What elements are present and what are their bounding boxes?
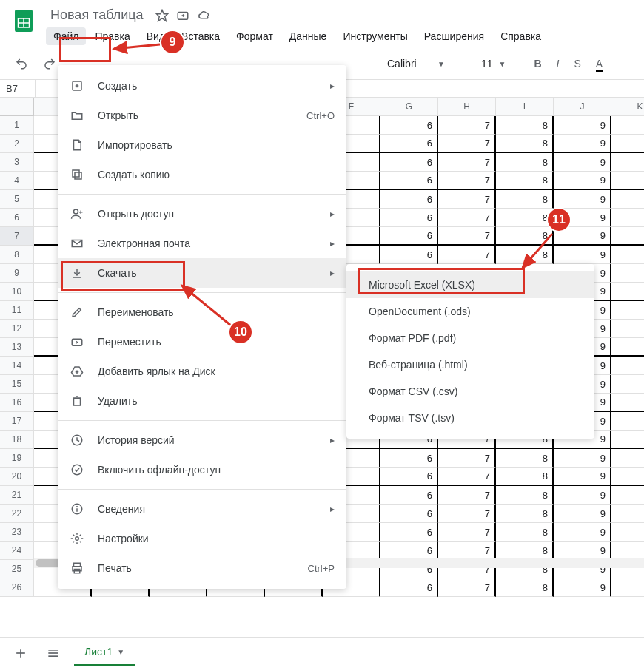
menu-item-создать-копию[interactable]: Создать копию xyxy=(58,160,346,189)
cell[interactable]: 7 xyxy=(438,523,496,542)
cell[interactable]: 7 xyxy=(438,209,496,227)
cell[interactable]: 7 xyxy=(438,486,496,505)
cell[interactable]: 9 xyxy=(554,116,611,135)
row-header[interactable]: 12 xyxy=(0,320,34,338)
cell[interactable]: 7 xyxy=(438,190,496,209)
row-header[interactable]: 15 xyxy=(0,375,34,394)
cell[interactable]: 7 xyxy=(438,578,496,597)
text-color-button[interactable]: A xyxy=(590,53,608,74)
row-header[interactable]: 9 xyxy=(0,264,34,283)
cell[interactable]: 7 xyxy=(438,135,496,153)
cell[interactable]: 7 xyxy=(438,116,496,135)
cell[interactable]: 6 xyxy=(380,523,438,542)
cell[interactable]: 6 xyxy=(380,505,438,523)
cell[interactable]: 10 xyxy=(611,449,644,468)
sheet-tab-active[interactable]: Лист1 ▼ xyxy=(74,640,135,666)
column-header[interactable]: I xyxy=(496,98,554,116)
menu-item-настройки[interactable]: Настройки xyxy=(58,524,346,553)
submenu-item[interactable]: Веб-страница (.html) xyxy=(346,351,594,378)
menu-item-справка[interactable]: Справка xyxy=(493,27,549,45)
column-header[interactable]: K xyxy=(611,98,644,116)
row-header[interactable]: 2 xyxy=(0,135,34,153)
menu-item-скачать[interactable]: Скачать▸ xyxy=(58,258,346,288)
menu-item-формат[interactable]: Формат xyxy=(229,27,281,45)
cell[interactable]: 9 xyxy=(554,135,611,153)
row-header[interactable]: 4 xyxy=(0,172,34,190)
menu-item-вид[interactable]: Вид xyxy=(139,27,172,45)
menu-item-открыть[interactable]: ОткрытьCtrl+O xyxy=(58,101,346,130)
menu-item-электронная-почта[interactable]: Электронная почта▸ xyxy=(58,229,346,258)
cell[interactable]: 8 xyxy=(496,190,554,209)
submenu-item[interactable]: Формат TSV (.tsv) xyxy=(346,405,594,431)
cell[interactable]: 6 xyxy=(380,578,438,597)
cell[interactable]: 9 xyxy=(554,578,611,597)
name-box[interactable]: B7 xyxy=(0,80,36,97)
row-header[interactable]: 25 xyxy=(0,560,34,578)
cell[interactable]: 8 xyxy=(496,468,554,486)
submenu-item[interactable]: Microsoft Excel (XLSX) xyxy=(346,271,594,298)
menu-item-сведения[interactable]: Сведения▸ xyxy=(58,494,346,524)
row-header[interactable]: 5 xyxy=(0,190,34,209)
column-header[interactable]: G xyxy=(380,98,438,116)
menu-item-переименовать[interactable]: Переименовать xyxy=(58,297,346,327)
cell[interactable]: 10 xyxy=(611,227,644,246)
cell[interactable]: 6 xyxy=(380,227,438,246)
cell[interactable]: 8 xyxy=(496,486,554,505)
submenu-item[interactable]: Формат PDF (.pdf) xyxy=(346,325,594,351)
cell[interactable]: 10 xyxy=(611,468,644,486)
cell[interactable]: 10 xyxy=(611,320,644,338)
cell[interactable]: 6 xyxy=(380,135,438,153)
cell[interactable]: 10 xyxy=(611,190,644,209)
font-size-select[interactable]: 11 ▼ xyxy=(474,55,513,72)
cell[interactable]: 9 xyxy=(554,505,611,523)
submenu-item[interactable]: Формат CSV (.csv) xyxy=(346,378,594,405)
cell[interactable]: 10 xyxy=(611,135,644,153)
row-header[interactable]: 17 xyxy=(0,412,34,431)
menu-item-инструменты[interactable]: Инструменты xyxy=(335,27,415,45)
column-header[interactable]: H xyxy=(438,98,496,116)
row-header[interactable]: 10 xyxy=(0,283,34,301)
row-header[interactable]: 16 xyxy=(0,394,34,412)
cell[interactable]: 8 xyxy=(496,135,554,153)
cell[interactable]: 10 xyxy=(611,357,644,375)
cell[interactable]: 7 xyxy=(438,505,496,523)
cell[interactable]: 8 xyxy=(496,116,554,135)
row-header[interactable]: 13 xyxy=(0,338,34,357)
cell[interactable]: 8 xyxy=(496,449,554,468)
menu-item-импортировать[interactable]: Импортировать xyxy=(58,130,346,160)
menu-item-добавить-ярлык-на-диск[interactable]: Добавить ярлык на Диск xyxy=(58,357,346,386)
row-header[interactable]: 19 xyxy=(0,449,34,468)
row-header[interactable]: 26 xyxy=(0,578,34,597)
add-sheet-button[interactable] xyxy=(9,641,33,665)
cell[interactable]: 10 xyxy=(611,523,644,542)
menu-item-файл[interactable]: Файл xyxy=(46,27,86,45)
star-icon[interactable] xyxy=(155,9,169,22)
cell[interactable]: 7 xyxy=(438,246,496,264)
cell[interactable]: 7 xyxy=(438,172,496,190)
cell[interactable]: 6 xyxy=(380,116,438,135)
cell[interactable]: 8 xyxy=(496,523,554,542)
cell[interactable]: 10 xyxy=(611,116,644,135)
cell[interactable]: 6 xyxy=(380,468,438,486)
cell[interactable]: 8 xyxy=(496,209,554,227)
italic-button[interactable]: I xyxy=(551,53,566,74)
menu-item-вставка[interactable]: Вставка xyxy=(174,27,227,45)
cell[interactable]: 9 xyxy=(554,172,611,190)
cell[interactable]: 8 xyxy=(496,227,554,246)
cell[interactable]: 10 xyxy=(611,486,644,505)
submenu-item[interactable]: OpenDocument (.ods) xyxy=(346,298,594,325)
cell[interactable]: 6 xyxy=(380,449,438,468)
row-header[interactable]: 14 xyxy=(0,357,34,375)
cell[interactable]: 6 xyxy=(380,209,438,227)
cell[interactable]: 8 xyxy=(496,153,554,172)
row-header[interactable]: 8 xyxy=(0,246,34,264)
cell[interactable]: 6 xyxy=(380,246,438,264)
menu-item-удалить[interactable]: Удалить xyxy=(58,386,346,416)
cell[interactable]: 8 xyxy=(496,578,554,597)
menu-item-история-версий[interactable]: История версий▸ xyxy=(58,425,346,455)
cell[interactable]: 6 xyxy=(380,190,438,209)
cell[interactable]: 9 xyxy=(554,190,611,209)
cell[interactable]: 10 xyxy=(611,153,644,172)
menu-item-данные[interactable]: Данные xyxy=(282,27,335,45)
cell[interactable]: 10 xyxy=(611,301,644,320)
